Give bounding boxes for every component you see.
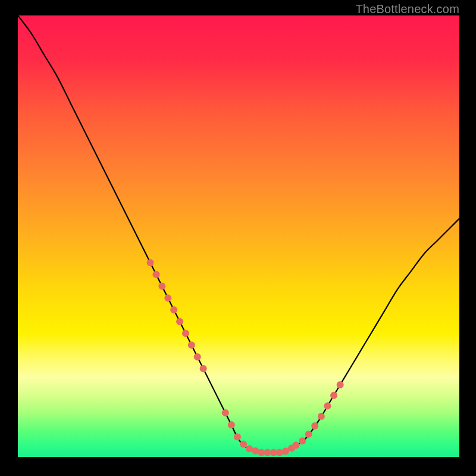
svg-point-14 — [240, 440, 247, 447]
svg-point-8 — [188, 342, 195, 349]
svg-point-7 — [182, 330, 189, 337]
svg-point-11 — [222, 409, 229, 416]
svg-point-13 — [234, 433, 241, 440]
svg-point-28 — [324, 402, 331, 409]
svg-point-27 — [318, 413, 325, 420]
svg-point-5 — [170, 306, 177, 314]
svg-point-12 — [228, 421, 235, 428]
svg-point-24 — [299, 437, 306, 444]
svg-point-30 — [337, 381, 344, 389]
svg-point-4 — [164, 295, 171, 302]
plot-area — [18, 15, 459, 457]
svg-point-1 — [147, 259, 154, 267]
chart-stage: TheBottleneck.com — [0, 0, 476, 476]
svg-point-16 — [252, 447, 259, 455]
curve-layer — [18, 15, 459, 457]
svg-point-29 — [330, 392, 337, 399]
bottleneck-curve — [18, 15, 459, 453]
watermark-text: TheBottleneck.com — [355, 2, 459, 16]
svg-point-9 — [194, 353, 201, 361]
svg-point-2 — [152, 271, 159, 278]
svg-point-25 — [305, 431, 312, 438]
svg-point-10 — [200, 365, 207, 372]
svg-point-23 — [292, 441, 299, 449]
svg-point-20 — [276, 449, 283, 456]
svg-point-6 — [176, 318, 183, 325]
svg-point-26 — [311, 422, 318, 430]
floor-dotted-band — [222, 409, 295, 456]
svg-point-3 — [158, 283, 165, 290]
